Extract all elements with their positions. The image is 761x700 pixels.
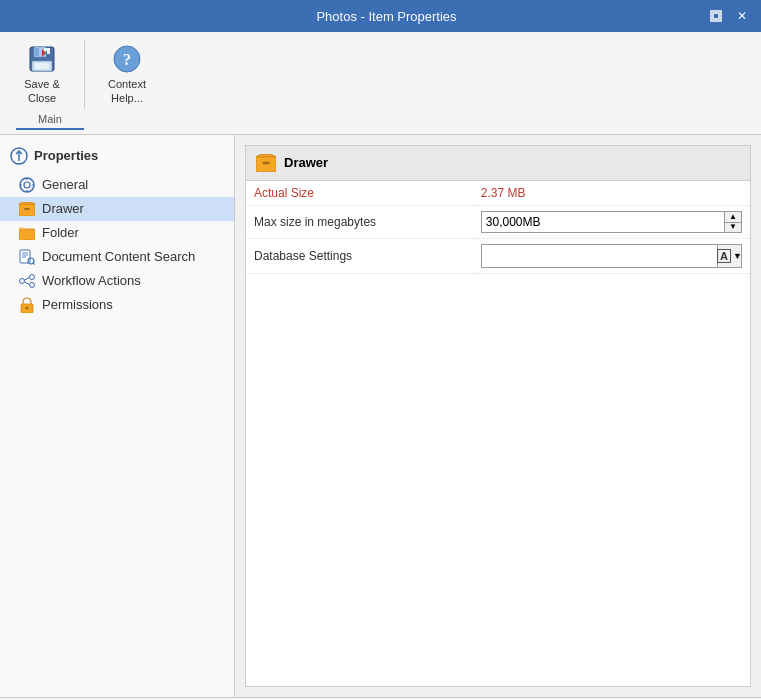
content-panel-folder-icon xyxy=(256,154,276,172)
svg-rect-4 xyxy=(35,48,39,56)
svg-point-29 xyxy=(20,278,25,283)
sidebar-item-document-content-search[interactable]: Document Content Search xyxy=(0,245,234,269)
svg-line-32 xyxy=(25,277,30,280)
svg-line-33 xyxy=(25,282,30,285)
save-close-label: Save &Close xyxy=(24,77,59,106)
actual-size-label: Actual Size xyxy=(254,186,314,200)
svg-point-14 xyxy=(24,182,30,188)
drawer-label: Drawer xyxy=(42,201,84,216)
sidebar-header-label: Properties xyxy=(34,148,98,163)
properties-header-icon xyxy=(10,147,28,165)
table-row-database-settings: Database Settings A ▼ xyxy=(246,238,750,273)
svg-point-35 xyxy=(26,306,29,309)
max-size-input[interactable] xyxy=(482,213,724,231)
general-icon xyxy=(18,176,36,194)
properties-table: Actual Size 2.37 MB Max size in megabyte… xyxy=(246,181,750,274)
max-size-input-wrapper: ▲ ▼ xyxy=(481,211,742,233)
workflow-icon xyxy=(18,272,36,290)
sidebar-header: Properties xyxy=(0,143,234,173)
folder-label: Folder xyxy=(42,225,79,240)
spinner-buttons: ▲ ▼ xyxy=(724,212,741,232)
svg-marker-37 xyxy=(256,154,276,157)
close-button[interactable]: ✕ xyxy=(731,5,753,27)
content-panel-header: Drawer xyxy=(246,146,750,181)
status-bar: i Press F1 for help or email: support@do… xyxy=(0,697,761,700)
document-search-icon xyxy=(18,248,36,266)
maximize-button[interactable] xyxy=(705,5,727,27)
table-row-actual-size: Actual Size 2.37 MB xyxy=(246,181,750,206)
window-controls: ✕ xyxy=(705,5,753,27)
permissions-label: Permissions xyxy=(42,297,113,312)
svg-rect-1 xyxy=(713,13,719,19)
svg-line-28 xyxy=(33,263,34,264)
svg-rect-22 xyxy=(19,229,35,240)
window-title: Photos - Item Properties xyxy=(68,9,705,24)
svg-text:?: ? xyxy=(123,51,131,68)
database-settings-button[interactable]: A ▼ xyxy=(717,245,741,267)
content-panel: Drawer Actual Size 2.37 MB xyxy=(245,145,751,687)
svg-point-30 xyxy=(30,274,35,279)
spinner-down-button[interactable]: ▼ xyxy=(725,222,741,232)
database-settings-input[interactable] xyxy=(482,247,717,265)
svg-point-13 xyxy=(20,178,34,192)
content-area: Drawer Actual Size 2.37 MB xyxy=(235,135,761,697)
actual-size-value: 2.37 MB xyxy=(481,186,526,200)
table-row-max-size: Max size in megabytes ▲ ▼ xyxy=(246,205,750,238)
sidebar-item-permissions[interactable]: Permissions xyxy=(0,293,234,317)
sidebar-item-general[interactable]: General xyxy=(0,173,234,197)
db-settings-dropdown-icon: ▼ xyxy=(733,251,742,261)
main-group-label: Main xyxy=(16,113,84,130)
spinner-up-button[interactable]: ▲ xyxy=(725,212,741,222)
permissions-icon xyxy=(18,296,36,314)
toolbar: Save &Close ? ContextHelp... Main xyxy=(0,32,761,135)
max-size-label: Max size in megabytes xyxy=(254,215,376,229)
content-panel-title: Drawer xyxy=(284,155,328,170)
context-help-label: ContextHelp... xyxy=(108,77,146,106)
general-label: General xyxy=(42,177,88,192)
toolbar-divider xyxy=(84,40,85,109)
toolbar-group-labels: Main xyxy=(8,111,753,134)
save-icon xyxy=(26,43,58,75)
workflow-actions-label: Workflow Actions xyxy=(42,273,141,288)
svg-rect-38 xyxy=(262,161,270,164)
sidebar-item-drawer[interactable]: Drawer xyxy=(0,197,234,221)
svg-marker-20 xyxy=(19,202,35,204)
help-icon: ? xyxy=(111,43,143,75)
drawer-icon xyxy=(18,200,36,218)
main-content: Properties General xyxy=(0,135,761,697)
sidebar-item-workflow-actions[interactable]: Workflow Actions xyxy=(0,269,234,293)
database-settings-label: Database Settings xyxy=(254,249,352,263)
toolbar-buttons: Save &Close ? ContextHelp... xyxy=(8,38,753,111)
folder-icon xyxy=(18,224,36,242)
sidebar: Properties General xyxy=(0,135,235,697)
svg-point-31 xyxy=(30,282,35,287)
document-content-search-label: Document Content Search xyxy=(42,249,195,264)
svg-rect-6 xyxy=(35,63,49,69)
database-settings-wrapper: A ▼ xyxy=(481,244,742,268)
sidebar-item-folder[interactable]: Folder xyxy=(0,221,234,245)
db-settings-a-icon: A xyxy=(717,249,731,263)
svg-rect-21 xyxy=(24,208,30,210)
context-help-button[interactable]: ? ContextHelp... xyxy=(93,38,161,111)
save-close-button[interactable]: Save &Close xyxy=(8,38,76,111)
title-bar: Photos - Item Properties ✕ xyxy=(0,0,761,32)
